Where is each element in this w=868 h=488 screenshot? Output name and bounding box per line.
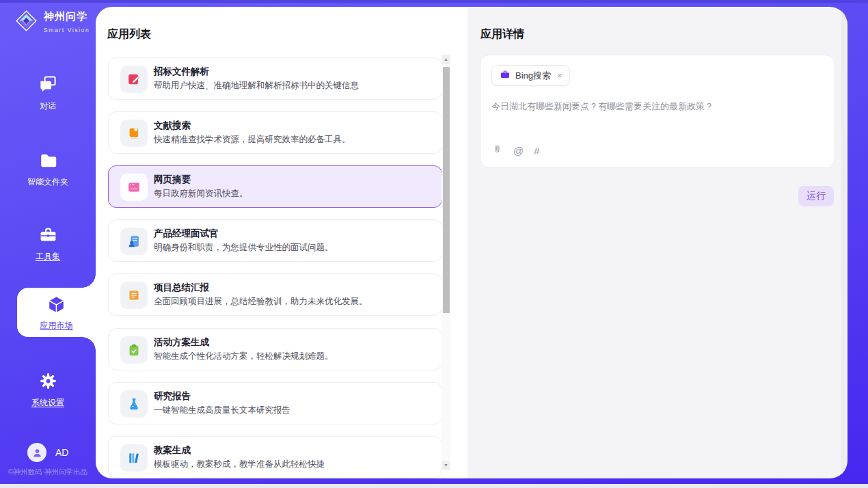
brand-logo: 神州问学 Smart Vision [14, 8, 90, 36]
sidebar-item-label: 工具集 [0, 251, 96, 262]
app-description: 明确身份和职责，为您提供专业性的面试问题。 [154, 242, 334, 254]
app-detail-panel: 应用详情 Bing搜索 × 今日湖北有哪些新闻要点？有哪些需要关注的最新政策？ [467, 7, 847, 478]
sidebar-item-app-market[interactable]: 应用市场 [17, 288, 96, 337]
app-description: 每日政府新闻资讯快查。 [154, 188, 248, 200]
app-card-research-report[interactable]: 研究报告 一键智能生成高质量长文本研究报告 [108, 382, 442, 424]
app-detail-title: 应用详情 [480, 27, 524, 42]
app-description: 全面回顾项目进展，总结经验教训，助力未来优化发展。 [154, 296, 368, 308]
run-button[interactable]: 运行 [798, 186, 834, 206]
webpage-code-icon: </> [120, 174, 148, 201]
app-list-panel: 应用列表 招标文件解析 帮助用户快速、准确地理解和解析招标书中的关键信息 [96, 7, 467, 478]
sidebar: 神州问学 Smart Vision 对话 智能文件夹 [0, 0, 96, 484]
briefcase-icon [500, 69, 511, 83]
app-card-pm-interviewer[interactable]: 产品经理面试官 明确身份和职责，为您提供专业性的面试问题。 [108, 219, 442, 262]
brand-text: 神州问学 Smart Vision [44, 10, 90, 35]
user-name: AD [55, 447, 68, 458]
sidebar-item-chat[interactable]: 对话 [0, 74, 96, 112]
app-list: 招标文件解析 帮助用户快速、准确地理解和解析招标书中的关键信息 文献搜索 快速精… [96, 7, 467, 478]
tool-chip-label: Bing搜索 [515, 70, 551, 82]
sidebar-item-settings[interactable]: 系统设置 [0, 371, 96, 409]
sidebar-item-toolbox[interactable]: 工具集 [0, 225, 96, 262]
app-card-literature-search[interactable]: 文献搜索 快速精准查找学术资源，提高研究效率的必备工具。 [108, 111, 442, 154]
app-card-project-summary[interactable]: 项目总结汇报 全面回顾项目进展，总结经验教训，助力未来优化发展。 [108, 273, 442, 316]
user-avatar-icon[interactable] [27, 443, 46, 462]
bid-edit-icon [120, 66, 148, 93]
brand-subtitle: Smart Vision [44, 27, 90, 33]
app-name: 教案生成 [154, 444, 191, 457]
scrollbar-thumb[interactable] [443, 67, 450, 313]
brand-name: 神州问学 [44, 10, 87, 22]
app-list-scrollbar[interactable]: ▲ ▼ [442, 55, 450, 470]
app-description: 模板驱动，教案秒成，教学准备从此轻松快捷 [154, 459, 325, 470]
prompt-text[interactable]: 今日湖北有哪些新闻要点？有哪些需要关注的最新政策？ [491, 100, 819, 113]
paperclip-icon[interactable] [491, 144, 503, 158]
app-name: 产品经理面试官 [154, 228, 219, 240]
user-account[interactable]: AD [27, 443, 68, 462]
sidebar-item-label: 应用市场 [17, 320, 96, 331]
note-icon [120, 282, 148, 309]
scroll-down-button[interactable]: ▼ [442, 461, 450, 470]
copyright-text: ©神州数码·神州问学出品 [0, 467, 96, 477]
close-icon[interactable]: × [556, 70, 562, 81]
app-window: 神州问学 Smart Vision 对话 智能文件夹 [0, 0, 868, 488]
tool-chip-bing-search[interactable]: Bing搜索 × [491, 65, 570, 86]
app-card-event-plan[interactable]: 活动方案生成 智能生成个性化活动方案，轻松解决规划难题。 [108, 328, 442, 370]
books-icon [120, 444, 148, 472]
app-name: 网页摘要 [154, 174, 191, 186]
app-description: 智能生成个性化活动方案，轻松解决规划难题。 [154, 351, 334, 362]
svg-text:</>: </> [131, 187, 138, 191]
folder-icon [38, 161, 58, 172]
app-description: 帮助用户快速、准确地理解和解析招标书中的关键信息 [154, 80, 359, 92]
app-card-bid-parse[interactable]: 招标文件解析 帮助用户快速、准确地理解和解析招标书中的关键信息 [108, 57, 442, 100]
sidebar-item-label: 对话 [0, 100, 96, 112]
gear-icon [38, 381, 58, 393]
scroll-up-button[interactable]: ▲ [442, 55, 450, 64]
chat-icon [38, 85, 58, 96]
clipboard-check-icon [120, 336, 148, 364]
prompt-input-card[interactable]: Bing搜索 × 今日湖北有哪些新闻要点？有哪些需要关注的最新政策？ @ # [480, 55, 835, 168]
sidebar-item-label: 智能文件夹 [0, 176, 96, 188]
app-description: 一键智能生成高质量长文本研究报告 [154, 405, 290, 416]
sidebar-item-label: 系统设置 [0, 397, 96, 409]
toolbox-icon [38, 235, 58, 247]
cube-icon [46, 306, 67, 317]
app-name: 研究报告 [154, 390, 191, 403]
flask-icon [120, 390, 148, 418]
app-name: 项目总结汇报 [154, 282, 209, 294]
window-top-edge [0, 0, 868, 3]
app-name: 招标文件解析 [154, 66, 209, 78]
detail-scrollbar-track[interactable] [841, 10, 845, 476]
interviewer-icon [120, 228, 148, 255]
mention-icon[interactable]: @ [513, 145, 524, 157]
app-name: 文献搜索 [154, 120, 191, 132]
app-card-webpage-summary[interactable]: </> 网页摘要 每日政府新闻资讯快查。 [108, 165, 442, 208]
sidebar-item-smart-folder[interactable]: 智能文件夹 [0, 150, 96, 188]
app-description: 快速精准查找学术资源，提高研究效率的必备工具。 [154, 134, 351, 146]
diamond-logo-icon [14, 8, 39, 36]
hash-icon[interactable]: # [534, 145, 539, 157]
app-card-lesson-plan[interactable]: 教案生成 模板驱动，教案秒成，教学准备从此轻松快捷 [108, 436, 442, 478]
app-name: 活动方案生成 [154, 336, 209, 349]
book-icon [120, 120, 148, 147]
prompt-toolbar: @ # [491, 144, 540, 158]
